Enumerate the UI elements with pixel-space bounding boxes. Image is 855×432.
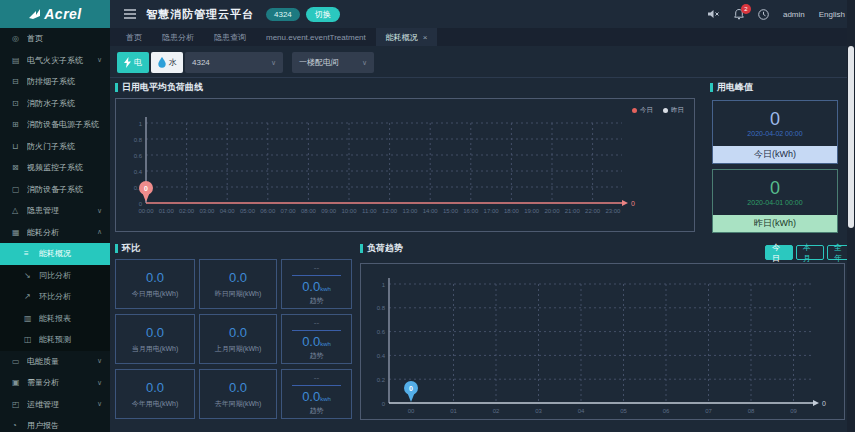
sidebar-item-label: 消防设备电源子系统 (27, 119, 102, 130)
trend-dash: -- (314, 263, 319, 272)
sidebar-item-energy-forecast[interactable]: ◫能耗预测 (0, 329, 110, 351)
sidebar-item-label: 运维管理 (27, 399, 97, 410)
stat-value: 0.0 (146, 325, 164, 340)
tab-hidden-danger-analysis[interactable]: 隐患分析 (152, 28, 204, 46)
language-switch[interactable]: English (819, 10, 845, 19)
peak-label: 今日(kWh) (713, 146, 837, 163)
sidebar-item-label: 隐患管理 (27, 205, 97, 216)
user-name[interactable]: admin (783, 10, 805, 19)
switch-button[interactable]: 切换 (306, 7, 340, 22)
bell-icon[interactable]: 2 (734, 9, 744, 20)
stat-trend-year: --0.0kwh趋势 (281, 369, 352, 419)
svg-text:0.8: 0.8 (377, 305, 386, 311)
sidebar-item-yoy-analysis[interactable]: ↘同比分析 (0, 265, 110, 287)
water-toggle-button[interactable]: 水 (151, 52, 183, 73)
svg-text:20:00: 20:00 (544, 208, 560, 214)
sidebar-item-smoke-control[interactable]: ⊟防排烟子系统 (0, 71, 110, 93)
scrollbar-track[interactable] (847, 0, 855, 432)
fire-equipment-icon: ▢ (12, 185, 23, 194)
sidebar-item-fire-door[interactable]: ⊔防火门子系统 (0, 136, 110, 158)
svg-text:23:00: 23:00 (605, 208, 621, 214)
tab-close-icon[interactable]: × (423, 33, 428, 42)
trend-button-this-month[interactable]: 本月 (796, 245, 824, 260)
menu-toggle-icon[interactable] (124, 9, 136, 19)
room-select-value: 一楼配电间 (299, 57, 339, 68)
svg-text:10:00: 10:00 (341, 208, 357, 214)
sidebar-item-label: 能耗概况 (39, 248, 102, 259)
page-title: 智慧消防管理云平台 (146, 7, 254, 22)
sidebar-item-ops-mgmt[interactable]: ◰运维管理∨ (0, 394, 110, 416)
svg-text:12:00: 12:00 (382, 208, 398, 214)
warning-icon: △ (12, 206, 23, 215)
sidebar-item-hidden-danger-mgmt[interactable]: △隐患管理∨ (0, 200, 110, 222)
sidebar-item-fire-power[interactable]: ⊞消防设备电源子系统 (0, 114, 110, 136)
legend-today-dot-icon (632, 108, 637, 113)
sidebar-item-energy-report[interactable]: ▥能耗报表 (0, 308, 110, 330)
tab-hidden-danger-query[interactable]: 隐患查询 (204, 28, 256, 46)
acrel-logo-icon (28, 8, 41, 20)
svg-text:0: 0 (409, 385, 413, 392)
project-select-value: 4324 (192, 58, 210, 67)
trend-button-today[interactable]: 今日 (765, 245, 793, 260)
fire-power-icon: ⊞ (12, 120, 23, 129)
legend-today[interactable]: 今日 (632, 106, 653, 115)
svg-text:11:00: 11:00 (362, 208, 377, 214)
sidebar-item-user-report[interactable]: ◔用户报告 (0, 415, 110, 432)
sidebar-item-fire-water[interactable]: ⊡消防水子系统 (0, 93, 110, 115)
scrollbar-thumb[interactable] (848, 46, 854, 228)
svg-text:05: 05 (620, 408, 627, 414)
chevron-down-icon: ∨ (97, 379, 102, 387)
project-badge: 4324 (266, 8, 300, 21)
peak-value: 0 (770, 179, 780, 197)
stat-last-month-same: 0.0上月同期(kWh) (199, 314, 277, 364)
svg-text:0.4: 0.4 (377, 353, 386, 359)
project-select[interactable]: 4324 ∨ (185, 52, 283, 73)
notification-count-badge: 2 (741, 4, 751, 14)
trend-value: 0.0kwh (302, 279, 331, 294)
sidebar-item-label: 能耗报表 (39, 313, 102, 324)
sidebar-item-mom-analysis[interactable]: ↗环比分析 (0, 286, 110, 308)
logo: Acrel (0, 0, 110, 28)
room-select[interactable]: 一楼配电间 ∨ (292, 52, 374, 73)
sidebar-item-electrical-fire[interactable]: ▤电气火灾子系统∨ (0, 50, 110, 72)
sidebar-item-label: 防火门子系统 (27, 141, 102, 152)
sidebar-item-label: 能耗分析 (27, 227, 97, 238)
svg-text:1: 1 (382, 282, 386, 288)
tab-event-treatment[interactable]: menu.event.eventTreatment (256, 28, 376, 46)
svg-text:21:00: 21:00 (565, 208, 581, 214)
sidebar-item-energy-overview[interactable]: ≡能耗概况 (0, 243, 110, 265)
svg-text:0: 0 (631, 200, 635, 207)
sidebar-item-video-monitor[interactable]: ⊠视频监控子系统 (0, 157, 110, 179)
svg-text:08: 08 (748, 408, 755, 414)
sidebar-item-demand-analysis[interactable]: ▣需量分析∨ (0, 372, 110, 394)
ring-stats-grid: 0.0今日用电(kWh)0.0昨日同期(kWh)--0.0kwh趋势0.0当月用… (115, 259, 352, 419)
svg-text:07:00: 07:00 (281, 208, 297, 214)
svg-text:04:00: 04:00 (220, 208, 236, 214)
stat-value: 0.0 (229, 380, 247, 395)
tab-energy-overview[interactable]: 能耗概况× (376, 28, 438, 46)
stat-label: 上月同期(kWh) (215, 344, 262, 354)
mute-icon[interactable] (708, 9, 720, 19)
svg-text:0: 0 (822, 400, 826, 407)
peak-value-area: 02020-04-02 00:00 (713, 101, 837, 146)
legend-yesterday[interactable]: 昨日 (663, 106, 684, 115)
svg-text:03:00: 03:00 (199, 208, 215, 214)
chevron-down-icon: ∨ (97, 207, 102, 215)
svg-text:02: 02 (493, 408, 500, 414)
sidebar-item-fire-equipment[interactable]: ▢消防设备子系统 (0, 179, 110, 201)
history-clock-icon[interactable] (758, 9, 769, 20)
trend-dash: -- (314, 373, 319, 382)
sidebar-item-label: 环比分析 (39, 291, 102, 302)
tab-home[interactable]: 首页 (116, 28, 152, 46)
sidebar-submenu: ≡能耗概况↘同比分析↗环比分析▥能耗报表◫能耗预测 (0, 243, 110, 351)
chevron-down-icon: ∨ (97, 400, 102, 408)
electric-toggle-button[interactable]: 电 (117, 52, 149, 73)
sidebar-item-energy-analysis[interactable]: ▦能耗分析∧ (0, 222, 110, 244)
tab-label: 隐患分析 (162, 32, 194, 43)
sidebar-item-home[interactable]: ◎首页 (0, 28, 110, 50)
sidebar-item-power-quality[interactable]: ▭电能质量∨ (0, 351, 110, 373)
svg-text:07: 07 (705, 408, 712, 414)
svg-text:04: 04 (578, 408, 585, 414)
water-label: 水 (169, 57, 177, 68)
toolbar-divider (110, 77, 855, 78)
